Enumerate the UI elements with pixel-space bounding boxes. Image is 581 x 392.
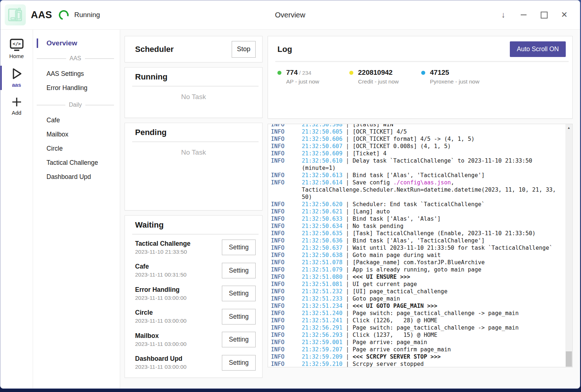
running-card: Running No Task — [125, 67, 263, 118]
log-separator: | — [342, 281, 353, 287]
subnav-item-mailbox[interactable]: Mailbox — [33, 127, 120, 142]
setting-button[interactable]: Setting — [222, 286, 256, 301]
log-separator: | — [342, 143, 353, 150]
log-message: Wait until 2023-11-10 21:33:50 for task … — [353, 245, 553, 251]
pending-empty-text: No Task — [125, 148, 262, 156]
log-message: [Lang] auto — [353, 208, 390, 215]
setting-button[interactable]: Setting — [222, 309, 256, 324]
divider — [132, 141, 259, 142]
setting-button[interactable]: Setting — [222, 263, 256, 278]
log-line: INFO21:32:50.633 | Bind task ['Alas', 'A… — [271, 215, 560, 222]
setting-button[interactable]: Setting — [222, 240, 256, 255]
subnav-item-cafe[interactable]: Cafe — [33, 113, 120, 127]
log-separator: | — [342, 252, 353, 258]
stop-button[interactable]: Stop — [232, 41, 256, 58]
waiting-task-name: Dashboard Upd — [135, 355, 187, 363]
log-level: INFO — [271, 281, 302, 288]
close-button[interactable]: ✕ — [557, 7, 572, 23]
log-line: INFO21:32:50.636 | Bind task ['Alas', 'T… — [271, 237, 560, 244]
subnav-item-circle[interactable]: Circle — [33, 142, 120, 156]
log-message: <<< UI GOTO PAGE_MAIN >>> — [353, 303, 437, 309]
log-message: Click (1237, 15) @ HOME — [353, 332, 437, 338]
log-line: INFO21:32:51.234 | <<< UI GOTO PAGE_MAIN… — [271, 302, 560, 310]
subnav-section-label: Daily — [69, 102, 82, 108]
log-timestamp: 21:32:50.614 — [302, 179, 342, 186]
log-separator: | — [342, 172, 353, 179]
log-line: INFO21:32:50.613 | Bind task ['Alas', 'T… — [271, 172, 560, 179]
log-scrollbar[interactable]: ▲ — [565, 124, 572, 367]
app-window: AAS Running Overview ↓ ✕ </> Home — [0, 0, 580, 389]
minimize-button[interactable] — [516, 7, 531, 23]
log-message: [OCR_TICKET 0.008s] (4, 1, 5) — [353, 143, 451, 150]
log-separator: | — [342, 237, 353, 244]
log-line: INFO21:32:50.621 | [Lang] auto — [271, 208, 560, 215]
rail-item-aas[interactable]: aas — [0, 64, 33, 92]
rail-item-home[interactable]: </> Home — [0, 35, 33, 64]
log-line: INFO21:32:51.078 | [Package_name] com.Yo… — [271, 259, 560, 266]
subnav-item-overview[interactable]: Overview — [33, 38, 120, 49]
log-line-body: 21:32:50.607 | [OCR_TICKET 0.008s] (4, 1… — [302, 143, 560, 150]
log-timestamp: 21:32:50.634 — [302, 223, 342, 229]
rail-item-add[interactable]: Add — [0, 92, 33, 120]
log-timestamp: 21:32:51.241 — [302, 317, 342, 324]
subnav-item-tactical-challenge[interactable]: Tactical Challenge — [33, 156, 120, 170]
subnav-item-aas-settings[interactable]: AAS Settings — [33, 67, 120, 81]
log-message: Goto page_main — [353, 295, 400, 302]
log-line-body: 21:32:50.605 | [OCR_TICKET] 4/5 — [302, 128, 560, 135]
log-line: INFO21:32:51.080 | <<< UI ENSURE >>> — [271, 273, 560, 281]
scrollbar-thumb[interactable] — [566, 351, 572, 367]
log-line-body: 21:32:51.241 | Click (1226, 28) @ HOME — [302, 317, 560, 324]
running-spinner-icon — [57, 8, 70, 22]
log-level: INFO — [271, 252, 302, 259]
log-timestamp: 21:32:50.607 — [302, 143, 342, 150]
icon-rail: </> Home aas Add — [0, 30, 33, 388]
subnav-item-error-handling[interactable]: Error Handling — [33, 81, 120, 95]
auto-scroll-button[interactable]: Auto Scroll ON — [510, 41, 566, 57]
waiting-task-next-run: 2023-11-11 03:00:00 — [135, 341, 187, 347]
log-line-body: 21:32:50.613 | Bind task ['Alas', 'Tacti… — [302, 172, 560, 179]
log-level: INFO — [271, 259, 302, 266]
plus-icon — [11, 96, 23, 108]
log-timestamp: 21:32:59.209 — [302, 354, 342, 360]
setting-button[interactable]: Setting — [222, 332, 256, 347]
download-update-icon[interactable]: ↓ — [496, 7, 511, 23]
log-timestamp: 21:32:50.635 — [302, 230, 342, 237]
running-empty-text: No Task — [125, 93, 262, 101]
stat-text: 774 / 234AP - just now — [286, 69, 319, 85]
log-level: INFO — [271, 172, 302, 179]
log-timestamp: 21:32:50.637 — [302, 245, 342, 251]
log-line: INFO21:32:50.605 | [OCR_TICKET] 4/5 — [271, 128, 560, 135]
log-level: INFO — [271, 266, 302, 273]
setting-button[interactable]: Setting — [222, 355, 256, 371]
log-separator: | — [342, 288, 353, 295]
subnav-item-dashboard-upd[interactable]: Dashboard Upd — [33, 170, 120, 184]
log-line-body: 21:32:59.001 | Page arrive: page_main — [302, 339, 560, 346]
log-message: Bind task ['Alas', 'TacticalChallenge'] — [353, 172, 485, 179]
log-timestamp: 21:32:51.081 — [302, 281, 342, 287]
log-timestamp: 21:32:50.606 — [302, 136, 342, 142]
log-line: INFO21:32:50.614 | Save config ./config\… — [271, 179, 560, 201]
log-separator: | — [342, 128, 353, 135]
waiting-task-name: Tactical Challenge — [135, 240, 190, 248]
maximize-button[interactable] — [536, 7, 552, 23]
log-level: INFO — [271, 179, 302, 201]
log-line: INFO21:32:50.634 | No task pending — [271, 222, 560, 230]
log-message: Bind task ['Alas', 'Alas'] — [353, 216, 441, 222]
log-message: <<< UI ENSURE >>> — [353, 274, 410, 280]
divider-line — [37, 105, 65, 105]
log-separator: | — [342, 303, 353, 309]
log-line-body: 21:32:56.293 | Click (1237, 15) @ HOME — [302, 331, 560, 339]
log-level: INFO — [271, 317, 302, 324]
log-timestamp: 21:32:50.598 — [302, 124, 342, 128]
log-timestamp: 21:32:56.293 — [302, 332, 342, 338]
log-output-panel[interactable]: INFO21:32:50.598 | [Status] WININFO21:32… — [268, 124, 573, 367]
stat-value: 220810942 — [358, 69, 399, 77]
log-separator: | — [342, 230, 353, 237]
waiting-task-name: Error Handling — [135, 286, 187, 294]
log-level: INFO — [271, 310, 302, 317]
log-line: INFO21:32:50.637 | Wait until 2023-11-10… — [271, 244, 560, 252]
app-logo-icon — [5, 4, 26, 25]
scroll-up-icon[interactable]: ▲ — [565, 124, 572, 131]
log-separator: | — [342, 346, 353, 353]
waiting-task-info: Mailbox2023-11-11 03:00:00 — [135, 332, 187, 347]
